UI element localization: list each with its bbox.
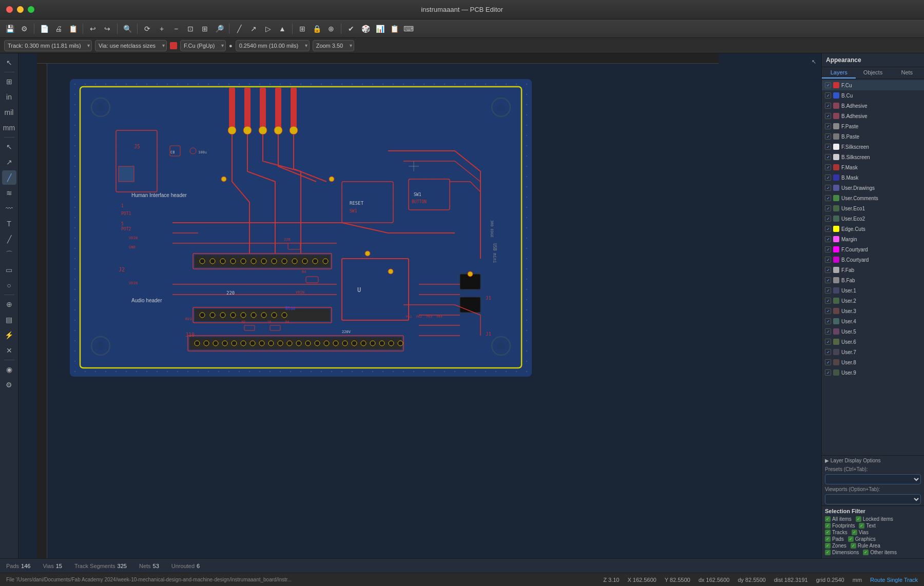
via-select[interactable]: Via: use netclass sizes (95, 40, 167, 51)
layer-item-f-fab[interactable]: ✓ F.Fab (822, 265, 924, 275)
layer-visibility-toggle[interactable]: ✓ (825, 92, 831, 99)
zoom-fit-button[interactable]: ⊡ (184, 22, 197, 35)
layer-item-user-eco1[interactable]: ✓ User.Eco1 (822, 203, 924, 213)
layer-item-user-2[interactable]: ✓ User.2 (822, 296, 924, 306)
layer-visibility-toggle[interactable]: ✓ (825, 308, 831, 314)
layer-visibility-toggle[interactable]: ✓ (825, 339, 831, 345)
grid-tool[interactable]: ⊞ (2, 74, 16, 89)
netlist-button[interactable]: 📋 (388, 22, 401, 35)
layer-visibility-toggle[interactable]: ✓ (825, 195, 831, 201)
layer-visibility-toggle[interactable]: ✓ (825, 277, 831, 283)
layer-visibility-toggle[interactable]: ✓ (825, 328, 831, 335)
layer-item-f-courtyard[interactable]: ✓ F.Courtyard (822, 244, 924, 255)
zoom-select[interactable]: Zoom 3.50 (313, 40, 354, 51)
sf-check-zones[interactable]: ✓ (825, 543, 831, 549)
layer-item-b-cu[interactable]: ✓ B.Cu (822, 90, 924, 101)
inspect-tool[interactable]: ↗ (2, 155, 16, 169)
layer-item-user-7[interactable]: ✓ User.7 (822, 347, 924, 357)
track-dropdown[interactable]: Track: 0.300 mm (11.81 mils) (4, 40, 92, 51)
via-dropdown[interactable]: Via: use netclass sizes (95, 40, 167, 51)
presets-dropdown-wrap[interactable] (822, 473, 924, 485)
layer-visibility-toggle[interactable]: ✓ (825, 82, 831, 88)
route-button[interactable]: ╱ (233, 22, 246, 35)
add-line-tool[interactable]: ╱ (2, 232, 16, 246)
layer-visibility-toggle[interactable]: ✓ (825, 103, 831, 109)
layer-item-b-silkscreen[interactable]: ✓ B.Silkscreen (822, 152, 924, 162)
pad-tool[interactable]: ◉ (2, 362, 16, 377)
add-rect-tool[interactable]: ▭ (2, 263, 16, 277)
layer-visibility-toggle[interactable]: ✓ (825, 154, 831, 160)
close-button[interactable] (6, 6, 13, 13)
add-circle-tool[interactable]: ○ (2, 278, 16, 292)
zoom-out-button[interactable]: − (169, 22, 183, 35)
layer-item-f-cu[interactable]: ✓ F.Cu (822, 80, 924, 90)
layer-item-b-mask[interactable]: ✓ B.Mask (822, 172, 924, 183)
tab-objects[interactable]: Objects (856, 67, 890, 79)
tab-layers[interactable]: Layers (822, 67, 856, 79)
route4-button[interactable]: ▲ (276, 22, 289, 35)
layer-visibility-toggle[interactable]: ✓ (825, 236, 831, 242)
drc-button[interactable]: ✔ (344, 22, 358, 35)
layer-visibility-toggle[interactable]: ✓ (825, 257, 831, 263)
track-select[interactable]: Track: 0.300 mm (11.81 mils) (4, 40, 92, 51)
add-arc-tool[interactable]: ⌒ (2, 247, 16, 262)
delete-tool[interactable]: ✕ (2, 343, 16, 358)
layer-visibility-toggle[interactable]: ✓ (825, 267, 831, 273)
new-button[interactable]: 📄 (37, 22, 51, 35)
undo-button[interactable]: ↩ (86, 22, 100, 35)
layer-item-b-paste[interactable]: ✓ B.Paste (822, 131, 924, 142)
zoom-dropdown[interactable]: Zoom 3.50 (313, 40, 354, 51)
settings-tool[interactable]: ⚙ (2, 378, 16, 392)
layer-visibility-toggle[interactable]: ✓ (825, 164, 831, 170)
presets-select[interactable] (825, 474, 921, 484)
route3-button[interactable]: ▷ (261, 22, 275, 35)
sf-check-pads[interactable]: ✓ (825, 536, 831, 542)
layer-visibility-toggle[interactable]: ✓ (825, 287, 831, 294)
layer-visibility-toggle[interactable]: ✓ (825, 174, 831, 181)
sf-check-all-items[interactable]: ✓ (825, 516, 831, 522)
clearance-select[interactable]: 0.2540 mm (10.00 mils) (236, 40, 310, 51)
layer-display-options[interactable]: ▶ Layer Display Options (822, 455, 924, 465)
layer-item-user-3[interactable]: ✓ User.3 (822, 306, 924, 316)
layer-item-user-8[interactable]: ✓ User.8 (822, 357, 924, 367)
route-diff-tool[interactable]: ≋ (2, 186, 16, 200)
canvas-area[interactable]: J5 C8 100u 1 POT1 5 POT2 J2 Human Interf… (18, 53, 821, 558)
layer-visibility-toggle[interactable]: ✓ (825, 369, 831, 376)
layer-item-user-6[interactable]: ✓ User.6 (822, 337, 924, 347)
layer-select[interactable]: F.Cu (PgUp) (180, 40, 226, 51)
zoom-in-button[interactable]: + (155, 22, 168, 35)
layer-visibility-toggle[interactable]: ✓ (825, 298, 831, 304)
add-text-tool[interactable]: T (2, 217, 16, 231)
layer-visibility-toggle[interactable]: ✓ (825, 113, 831, 119)
minimize-button[interactable] (17, 6, 24, 13)
fill-zone-tool[interactable]: ▤ (2, 312, 16, 327)
mm-tool[interactable]: mm (2, 121, 16, 135)
layer-item-user-eco2[interactable]: ✓ User.Eco2 (822, 213, 924, 224)
lock-button[interactable]: 🔒 (310, 22, 323, 35)
sf-check-dimensions[interactable]: ✓ (825, 550, 831, 555)
sf-check-footprints[interactable]: ✓ (825, 523, 831, 529)
layer-visibility-toggle[interactable]: ✓ (825, 133, 831, 140)
layer-visibility-toggle[interactable]: ✓ (825, 123, 831, 129)
table-button[interactable]: ⊞ (296, 22, 309, 35)
sf-check-rule-area[interactable]: ✓ (851, 543, 856, 549)
calc-button[interactable]: 📊 (373, 22, 387, 35)
print-button[interactable]: 🖨 (52, 22, 65, 35)
sf-check-text[interactable]: ✓ (859, 523, 864, 529)
zoom-sel-button[interactable]: ⊞ (198, 22, 211, 35)
fab-button[interactable]: ⚙ (17, 22, 31, 35)
layer-item-f-silkscreen[interactable]: ✓ F.Silkscreen (822, 142, 924, 152)
viewports-select[interactable] (825, 494, 921, 504)
plot-button[interactable]: 📋 (66, 22, 80, 35)
layer-visibility-toggle[interactable]: ✓ (825, 318, 831, 324)
layer-visibility-toggle[interactable]: ✓ (825, 246, 831, 252)
add-fp-tool[interactable]: ⊕ (2, 297, 16, 311)
3d-button[interactable]: 🎲 (359, 22, 372, 35)
refresh-button[interactable]: ⟳ (141, 22, 154, 35)
mil-tool[interactable]: mil (2, 105, 16, 120)
layer-item-b-fab[interactable]: ✓ B.Fab (822, 275, 924, 285)
layer-item-b-courtyard[interactable]: ✓ B.Courtyard (822, 255, 924, 265)
scripting-button[interactable]: ⌨ (402, 22, 415, 35)
clearance-dropdown[interactable]: 0.2540 mm (10.00 mils) (236, 40, 310, 51)
sf-check-tracks[interactable]: ✓ (825, 530, 831, 535)
